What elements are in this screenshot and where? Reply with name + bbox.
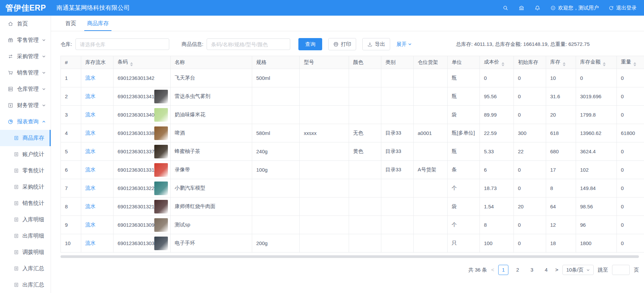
col-header-init_stock: 初始库存 (514, 56, 546, 69)
horizontal-scrollbar[interactable] (60, 255, 639, 258)
cell-color: 黄色 (349, 142, 381, 161)
chevron-down-icon (408, 42, 412, 46)
cell-spec (252, 87, 300, 106)
table-row: 9 流水 6901236301309 测试sp 个 8 0 12 96 0 (61, 216, 644, 234)
sidebar-item-retail[interactable]: 零售管理 (0, 32, 51, 48)
cell-stock-amount: 102 (576, 161, 617, 179)
sidebar-item-label: 首页 (17, 20, 28, 28)
cell-model (300, 161, 349, 179)
sidebar-item-warehouse[interactable]: 仓库管理 (0, 81, 51, 97)
sidebar-subitem-label: 账户统计 (22, 151, 44, 158)
sidebar-subitem-inbound-detail[interactable]: 入库明细 (0, 211, 51, 228)
doc-icon (14, 135, 19, 141)
print-button[interactable]: 打印 (328, 38, 356, 50)
flow-link[interactable]: 流水 (85, 222, 95, 227)
flow-link[interactable]: 流水 (85, 111, 95, 117)
prev-page-button[interactable]: < (491, 267, 494, 273)
page-size-select[interactable]: 10条/页 (562, 265, 594, 275)
sort-carets-icon[interactable] (502, 62, 504, 66)
cell-model (300, 69, 349, 87)
sort-carets-icon[interactable] (130, 62, 133, 66)
jump-page-input[interactable] (612, 265, 630, 275)
cell-stock: 31.6 (546, 87, 576, 106)
welcome-user-menu[interactable]: 欢迎您，测试用户 (550, 5, 599, 11)
flow-link[interactable]: 流水 (85, 185, 95, 191)
bell-icon[interactable] (534, 5, 541, 11)
search-icon[interactable] (502, 5, 509, 11)
sidebar-item-sale[interactable]: 销售管理 (0, 65, 51, 81)
flow-link[interactable]: 流水 (85, 203, 95, 209)
next-page-button[interactable]: > (555, 267, 558, 273)
sidebar-subitem-transfer-detail[interactable]: 调拨明细 (0, 244, 51, 260)
cell-name: 啤酒 (171, 124, 252, 142)
sidebar-item-report[interactable]: 报表查询 (0, 114, 51, 130)
sort-carets-icon[interactable] (633, 62, 636, 66)
sidebar-subitem-outbound-summary[interactable]: 出库汇总 (0, 277, 51, 293)
search-button[interactable]: 查询 (298, 38, 322, 50)
sidebar-item-label: 财务管理 (17, 102, 39, 109)
product-info-input[interactable] (207, 38, 290, 50)
cell-cost: 5.33 (480, 142, 514, 161)
cell-spec (252, 216, 300, 234)
sidebar-item-home[interactable]: 首页 (0, 16, 51, 32)
sidebar-subitem-outbound-detail[interactable]: 出库明细 (0, 228, 51, 244)
sidebar-subitem-product-stock[interactable]: 商品库存 (0, 130, 51, 146)
table-row: 7 流水 6901236301322 小鹏汽车模型 个 18.73 0 8 14… (61, 179, 644, 197)
cell-spec: 200g (252, 234, 300, 253)
cell-cost: 89.99 (480, 106, 514, 124)
flow-link[interactable]: 流水 (85, 130, 95, 136)
expand-link[interactable]: 展开 (396, 41, 412, 48)
sidebar-subitem-account-stats[interactable]: 账户统计 (0, 146, 51, 162)
page-button-1[interactable]: 1 (498, 265, 508, 275)
col-header-barcode[interactable]: 条码 (114, 56, 171, 69)
sort-carets-icon[interactable] (563, 62, 565, 66)
cell-weight: 0 (617, 216, 644, 234)
doc-icon (14, 201, 19, 206)
cell-index: 1 (61, 69, 81, 87)
sidebar-item-finance[interactable]: 财务管理 (0, 97, 51, 114)
product-thumbnail (154, 237, 168, 250)
platform-icon[interactable] (518, 5, 525, 11)
cell-category: 目录33 (381, 124, 414, 142)
table-row: 4 流水 6901236301338 啤酒 580ml xxsxx 无色 目录3… (61, 124, 644, 142)
cell-category (381, 87, 414, 106)
flow-link[interactable]: 流水 (85, 240, 95, 246)
printer-icon (333, 42, 338, 47)
cell-weight: 0 (617, 197, 644, 216)
logout-button[interactable]: 退出登录 (608, 5, 637, 11)
product-thumbnail (154, 90, 168, 103)
flow-link[interactable]: 流水 (85, 75, 95, 81)
sidebar-item-purchase[interactable]: 采购管理 (0, 48, 51, 65)
cell-name: 电子手环 (171, 234, 252, 253)
cell-model (300, 179, 349, 197)
flow-link[interactable]: 流水 (85, 167, 95, 172)
sidebar-item-label: 仓库管理 (17, 86, 39, 93)
page-button-3[interactable]: 3 (527, 265, 537, 275)
cell-barcode: 6901236301331 (114, 161, 171, 179)
col-header-cost[interactable]: 成本价 (480, 56, 514, 69)
flow-link[interactable]: 流水 (85, 148, 95, 154)
sidebar-subitem-label: 采购统计 (22, 184, 44, 191)
flow-link[interactable]: 流水 (85, 93, 95, 99)
page-button-4[interactable]: 4 (541, 265, 551, 275)
sidebar-subitem-retail-stats[interactable]: 零售统计 (0, 162, 51, 179)
sort-carets-icon[interactable] (603, 62, 606, 66)
cell-name: 奶油味爆米花 (171, 106, 252, 124)
col-header-weight[interactable]: 重量 (617, 56, 644, 69)
col-header-stock_amount[interactable]: 库存金额 (576, 56, 617, 69)
warehouse-select[interactable] (75, 38, 169, 50)
col-header-color: 颜色 (349, 56, 381, 69)
cell-color (349, 69, 381, 87)
sidebar-subitem-inbound-summary[interactable]: 入库汇总 (0, 260, 51, 277)
export-button[interactable]: 导出 (362, 38, 390, 50)
cell-shelf (414, 234, 448, 253)
tab-product-stock[interactable]: 商品库存 (82, 16, 114, 31)
sidebar-subitem-sale-stats[interactable]: 销售统计 (0, 195, 51, 211)
tab-home[interactable]: 首页 (60, 16, 82, 31)
col-header-stock[interactable]: 库存 (546, 56, 576, 69)
sidebar-subitem-purchase-stats[interactable]: 采购统计 (0, 179, 51, 195)
page-button-2[interactable]: 2 (512, 265, 523, 275)
cell-barcode: 6901236301337 (114, 142, 171, 161)
sidebar-item-label: 报表查询 (17, 118, 39, 125)
chevron-down-icon (42, 54, 46, 58)
